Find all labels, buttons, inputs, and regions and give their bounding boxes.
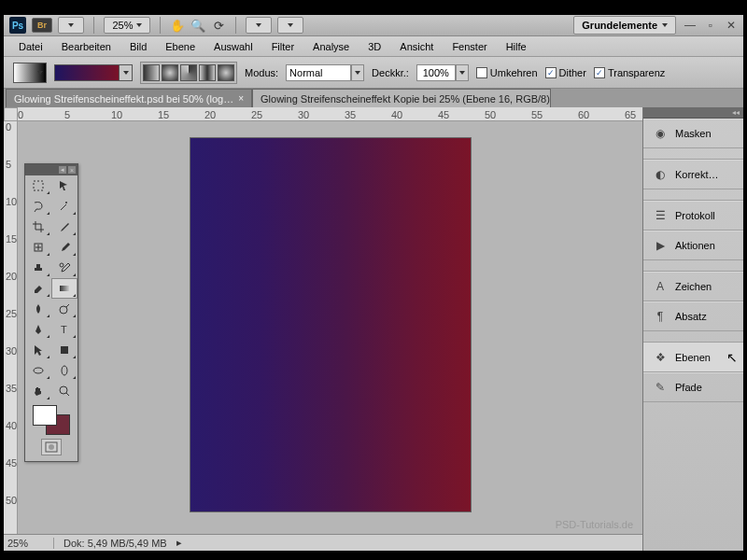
linear-gradient-icon[interactable] xyxy=(143,64,160,81)
panel-masks[interactable]: ◉Masken xyxy=(643,119,743,148)
menu-analysis[interactable]: Analyse xyxy=(303,38,359,55)
ruler-vertical[interactable]: 05101520253035404550 xyxy=(4,121,18,534)
menu-view[interactable]: Ansicht xyxy=(390,38,443,55)
menu-help[interactable]: Hilfe xyxy=(497,38,536,55)
crop-tool[interactable] xyxy=(25,217,51,237)
canvas-artboard[interactable] xyxy=(190,138,471,511)
panel-history[interactable]: ☰Protokoll xyxy=(643,201,743,231)
bridge-icon[interactable]: Br xyxy=(32,18,52,33)
stamp-tool[interactable] xyxy=(25,258,51,278)
collapse-icon[interactable]: ◂ xyxy=(59,166,66,174)
hand-icon[interactable]: ✋ xyxy=(170,18,185,33)
status-zoom[interactable]: 25% xyxy=(7,538,54,549)
ps-logo-icon: Ps xyxy=(9,17,26,34)
svg-rect-3 xyxy=(60,286,69,291)
hand-tool[interactable] xyxy=(25,381,51,401)
gradient-preview[interactable] xyxy=(54,64,120,81)
lasso-tool[interactable] xyxy=(25,196,51,217)
shape-tool[interactable] xyxy=(51,340,78,360)
menu-edit[interactable]: Bearbeiten xyxy=(52,38,120,55)
angle-gradient-icon[interactable] xyxy=(180,64,197,81)
ruler-horizontal[interactable]: 05101520253035404550556065 xyxy=(18,107,642,121)
maximize-button[interactable]: ▫ xyxy=(704,19,717,32)
blur-tool[interactable] xyxy=(25,299,51,319)
move-tool[interactable] xyxy=(51,175,78,196)
panel-paths[interactable]: ✎Pfade xyxy=(643,372,743,402)
brush-tool[interactable] xyxy=(51,237,78,258)
layout-dropdown[interactable] xyxy=(58,17,84,34)
menubar: Datei Bearbeiten Bild Ebene Auswahl Filt… xyxy=(4,36,743,57)
panel-adjustments[interactable]: ◐Korrekt… xyxy=(643,160,743,189)
ruler-origin[interactable] xyxy=(4,107,18,121)
svg-point-2 xyxy=(60,263,63,267)
status-arrow-icon[interactable]: ▸ xyxy=(176,537,182,549)
tools-panel[interactable]: ◂ × T xyxy=(24,163,78,462)
sidebar-collapse[interactable]: ◂◂ xyxy=(643,107,743,119)
panel-actions[interactable]: ▶Aktionen xyxy=(643,231,743,260)
menu-filter[interactable]: Filter xyxy=(262,38,303,55)
healing-tool[interactable] xyxy=(25,237,51,258)
arrange-dropdown[interactable] xyxy=(246,17,272,34)
menu-file[interactable]: Datei xyxy=(9,38,52,55)
svg-point-7 xyxy=(34,368,43,373)
opacity-input[interactable]: 100% xyxy=(416,64,456,81)
close-button[interactable]: ✕ xyxy=(725,19,738,32)
radial-gradient-icon[interactable] xyxy=(162,64,178,81)
eyedropper-tool[interactable] xyxy=(51,217,78,237)
path-select-tool[interactable] xyxy=(25,340,51,360)
close-icon[interactable]: × xyxy=(68,166,76,174)
svg-rect-6 xyxy=(61,346,68,354)
paragraph-icon: ¶ xyxy=(653,309,668,324)
close-icon[interactable]: × xyxy=(238,93,244,104)
panel-paragraph[interactable]: ¶Absatz xyxy=(643,301,743,331)
dodge-tool[interactable] xyxy=(51,299,78,319)
menu-window[interactable]: Fenster xyxy=(443,38,496,55)
reverse-checkbox[interactable]: Umkehren xyxy=(476,67,538,78)
type-tool[interactable]: T xyxy=(51,319,78,340)
dither-checkbox[interactable]: ✓Dither xyxy=(545,67,586,78)
gradient-tool[interactable] xyxy=(51,278,78,299)
color-swatches[interactable] xyxy=(33,405,70,435)
zoom-tool[interactable] xyxy=(51,381,78,401)
workspace-switcher[interactable]: Grundelemente xyxy=(573,16,676,35)
document-tab-1[interactable]: Glowing Streifenscheineffekt.psd bei 50%… xyxy=(6,89,252,107)
screen-mode-dropdown[interactable] xyxy=(277,17,303,34)
3d-camera-tool[interactable] xyxy=(51,360,78,381)
rotate-view-icon[interactable]: ⟳ xyxy=(211,18,226,33)
quick-mask-toggle[interactable] xyxy=(41,439,62,455)
adjust-icon: ◐ xyxy=(653,167,668,182)
menu-layer[interactable]: Ebene xyxy=(156,38,204,55)
panel-layers[interactable]: ❖Ebenen↖ xyxy=(643,343,743,372)
blend-mode-dropdown[interactable] xyxy=(351,64,364,81)
canvas-viewport[interactable] xyxy=(18,121,642,534)
marquee-tool[interactable] xyxy=(25,175,51,196)
main-area: 05101520253035404550556065 0510152025303… xyxy=(4,107,743,551)
document-tab-2[interactable]: Glowing Streifenscheineffekt Kopie bei 2… xyxy=(252,89,551,107)
zoom-dropdown[interactable]: 25% xyxy=(104,17,150,34)
menu-select[interactable]: Auswahl xyxy=(204,38,262,55)
menu-3d[interactable]: 3D xyxy=(359,38,390,55)
gradient-picker-dropdown[interactable] xyxy=(120,64,133,81)
foreground-color[interactable] xyxy=(33,405,57,426)
tool-preset-picker[interactable] xyxy=(13,63,47,83)
opacity-dropdown[interactable] xyxy=(456,64,469,81)
svg-rect-0 xyxy=(34,181,43,190)
3d-rotate-tool[interactable] xyxy=(25,360,51,381)
paths-icon: ✎ xyxy=(653,380,668,395)
character-icon: A xyxy=(653,279,668,294)
minimize-button[interactable]: — xyxy=(684,19,697,32)
zoom-icon[interactable]: 🔍 xyxy=(190,18,205,33)
wand-tool[interactable] xyxy=(51,196,78,217)
tools-panel-header[interactable]: ◂ × xyxy=(25,164,78,175)
document-tabs: Glowing Streifenscheineffekt.psd bei 50%… xyxy=(4,89,743,107)
eraser-tool[interactable] xyxy=(25,278,51,299)
history-brush-tool[interactable] xyxy=(51,258,78,278)
panel-character[interactable]: AZeichen xyxy=(643,272,743,301)
pen-tool[interactable] xyxy=(25,319,51,340)
reflected-gradient-icon[interactable] xyxy=(199,64,216,81)
transparency-checkbox[interactable]: ✓Transparenz xyxy=(594,67,665,78)
blend-mode-select[interactable]: Normal xyxy=(286,64,351,81)
menu-image[interactable]: Bild xyxy=(120,38,156,55)
status-bar: 25% Dok: 5,49 MB/5,49 MB ▸ xyxy=(4,534,642,551)
diamond-gradient-icon[interactable] xyxy=(218,64,234,81)
